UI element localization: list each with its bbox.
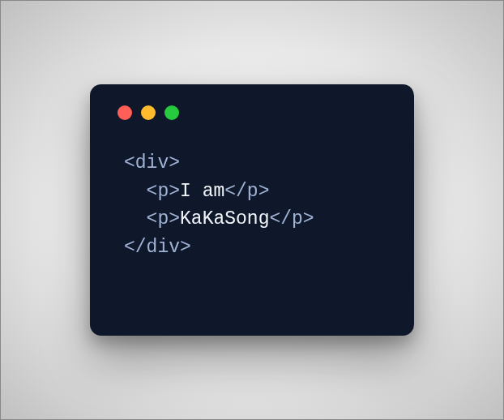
p1-text: I am xyxy=(180,181,224,202)
open-div-tag: <div> xyxy=(124,152,180,174)
p2-close-tag: </p> xyxy=(269,208,314,229)
p1-open-tag: <p> xyxy=(147,181,180,202)
p2-text: KaKaSong xyxy=(180,208,269,229)
indent-1 xyxy=(124,181,147,202)
minimize-icon[interactable] xyxy=(141,105,156,120)
code-block: <div> <p>I am</p> <p>KaKaSong</p> </div> xyxy=(116,149,388,261)
maximize-icon[interactable] xyxy=(164,105,179,120)
code-snippet-window: <div> <p>I am</p> <p>KaKaSong</p> </div> xyxy=(90,84,414,336)
close-icon[interactable] xyxy=(117,105,132,120)
window-controls xyxy=(117,105,388,120)
close-div-tag: </div> xyxy=(124,237,191,258)
p2-open-tag: <p> xyxy=(147,208,180,229)
indent-2 xyxy=(124,208,147,229)
p1-close-tag: </p> xyxy=(224,181,269,202)
